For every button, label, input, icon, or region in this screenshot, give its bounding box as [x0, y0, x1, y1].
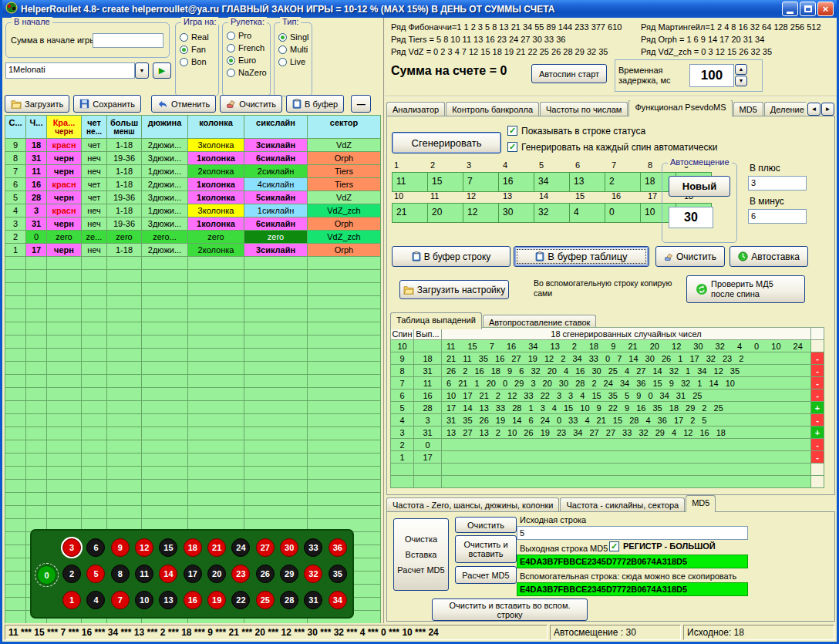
- fall-sign[interactable]: [811, 340, 824, 352]
- fall-number[interactable]: 0: [414, 439, 442, 451]
- history-cell[interactable]: 3сиклайн: [244, 244, 308, 257]
- history-cell[interactable]: zero: [188, 231, 244, 244]
- history-cell[interactable]: 3дюжи...: [142, 191, 188, 204]
- collapse-button[interactable]: —: [351, 95, 371, 113]
- gen-value-cell[interactable]: 12: [463, 203, 499, 223]
- history-cell[interactable]: 1-18: [107, 165, 142, 178]
- history-column-header[interactable]: сикслайн: [244, 116, 308, 139]
- history-cell[interactable]: чет: [82, 191, 107, 204]
- start-sum-input[interactable]: [93, 33, 163, 48]
- board-number-14[interactable]: 14: [159, 565, 177, 583]
- plus-input[interactable]: 3: [748, 176, 807, 191]
- board-number-26[interactable]: 26: [256, 565, 275, 583]
- history-cell[interactable]: 3колонка: [188, 139, 244, 152]
- fall-spin[interactable]: 2: [391, 439, 414, 451]
- history-cell[interactable]: Orph: [308, 217, 381, 231]
- load-settings-button[interactable]: Загрузить настройку: [399, 280, 509, 299]
- history-cell[interactable]: 1-18: [107, 139, 142, 152]
- history-column-header[interactable]: сектор: [308, 116, 381, 139]
- board-number-3[interactable]: 3: [62, 538, 81, 557]
- board-number-12[interactable]: 12: [135, 538, 153, 557]
- gen-value-cell[interactable]: 20: [427, 203, 463, 223]
- history-cell[interactable]: VdZ_zch: [308, 231, 381, 244]
- gen-value-cell[interactable]: 32: [534, 203, 570, 223]
- fall-generated-numbers[interactable]: 11 15 7 16 34 13 2 18 9 21 20 12 30 32 4…: [442, 340, 811, 352]
- fall-sign[interactable]: +: [811, 427, 824, 439]
- fall-generated-numbers[interactable]: 6 21 1 20 0 29 3 20 30 28 2 24 34 36 15 …: [442, 377, 811, 389]
- history-cell[interactable]: 3колонка: [188, 204, 244, 217]
- history-cell[interactable]: неч: [82, 204, 107, 217]
- history-column-header[interactable]: Кра...черн: [47, 116, 82, 139]
- tab-md5-bottom[interactable]: MD5: [686, 495, 716, 512]
- fall-number[interactable]: 3: [414, 414, 442, 427]
- fall-sign[interactable]: -: [811, 451, 824, 464]
- load-button[interactable]: Загрузить: [5, 95, 69, 113]
- history-cell[interactable]: zero: [244, 231, 308, 244]
- history-cell[interactable]: zero: [47, 231, 82, 244]
- history-cell[interactable]: 5сиклайн: [244, 191, 308, 204]
- fall-spin[interactable]: 6: [391, 389, 414, 402]
- board-number-19[interactable]: 19: [207, 591, 226, 609]
- history-cell[interactable]: 28: [26, 191, 47, 204]
- fall-row[interactable]: 7116 21 1 20 0 29 3 20 30 28 2 24 34 36 …: [391, 377, 824, 389]
- history-cell[interactable]: неч: [82, 152, 107, 165]
- check-md5-button[interactable]: Проверить МД5 после спина: [686, 275, 805, 303]
- history-cell[interactable]: 2дюжи...: [142, 178, 188, 191]
- gen-value-cell[interactable]: 2: [605, 172, 641, 192]
- history-cell[interactable]: 11: [26, 165, 47, 178]
- fall-number[interactable]: 11: [414, 377, 442, 389]
- board-number-17[interactable]: 17: [184, 565, 202, 583]
- history-row[interactable]: 331черннеч19-363дюжи...1колонка6сиклайнO…: [5, 217, 381, 231]
- fall-sign[interactable]: -: [811, 414, 824, 427]
- checkbox-generate-each-spin[interactable]: ✓ Генерировать на каждый спин автоматиче…: [507, 142, 717, 153]
- history-cell[interactable]: 3дюжи...: [142, 217, 188, 231]
- tab-bankroll-control[interactable]: Контроль банкролла: [446, 102, 539, 116]
- history-row[interactable]: 528чернчет19-363дюжи...1колонка5сиклайнV…: [5, 191, 381, 204]
- autospin-start-button[interactable]: Автоспин старт: [531, 64, 607, 83]
- save-button[interactable]: Сохранить: [73, 95, 141, 113]
- maximize-button[interactable]: [800, 2, 816, 16]
- history-column-header[interactable]: колонка: [188, 116, 244, 139]
- fall-spin[interactable]: 8: [391, 365, 414, 377]
- spin-down-icon[interactable]: ▼: [735, 76, 747, 86]
- tab-scroll-left-icon[interactable]: ◄: [807, 103, 820, 116]
- fall-sign[interactable]: -: [811, 365, 824, 377]
- gen-value-cell[interactable]: 4: [569, 203, 605, 223]
- source-string-input[interactable]: 5: [517, 526, 748, 540]
- gen-value-cell[interactable]: 7: [463, 172, 499, 192]
- history-cell[interactable]: 2дюжи...: [142, 244, 188, 257]
- board-number-6[interactable]: 6: [86, 538, 105, 557]
- checkbox-show-in-status[interactable]: ✓ Показывать в строке статуса: [507, 126, 645, 137]
- board-number-13[interactable]: 13: [159, 591, 177, 609]
- board-number-34[interactable]: 34: [329, 591, 347, 609]
- clear-button[interactable]: Очистить: [220, 95, 282, 113]
- tab-psevdoms[interactable]: Функционал PsevdoMS: [628, 100, 732, 116]
- history-column-header[interactable]: дюжина: [142, 116, 188, 139]
- history-row[interactable]: 831черннеч19-363дюжи...1колонка6сиклайнO…: [5, 152, 381, 165]
- titlebar[interactable]: HelperRoullet 4.8- create helperroullet@…: [2, 0, 837, 18]
- tab-md5[interactable]: MD5: [733, 102, 763, 116]
- fall-spin[interactable]: 7: [391, 377, 414, 389]
- history-cell[interactable]: чет: [82, 139, 107, 152]
- autobet-button[interactable]: Автоставка: [729, 246, 808, 267]
- fall-row[interactable]: 91821 11 35 16 27 19 12 2 34 33 0 7 14 3…: [391, 352, 824, 365]
- preset-combo[interactable]: 1Melonati ▼ ▶: [5, 62, 171, 79]
- history-cell[interactable]: 19-36: [107, 217, 142, 231]
- history-cell[interactable]: 1колонка: [188, 191, 244, 204]
- board-number-36[interactable]: 36: [329, 538, 347, 557]
- md5-big-button[interactable]: Очистка Вставка Расчет MD5: [393, 518, 449, 591]
- fall-generated-numbers[interactable]: 31 35 26 19 14 6 24 0 33 4 21 15 28 4 36…: [442, 414, 811, 427]
- radio-bon[interactable]: Bon: [180, 57, 218, 66]
- history-column-header[interactable]: большменш: [107, 116, 142, 139]
- history-row[interactable]: 918краснчет1-182дюжи...3колонка3сиклайнV…: [5, 139, 381, 152]
- history-cell[interactable]: 3дюжи...: [142, 152, 188, 165]
- history-row[interactable]: 711черннеч1-181дюжи...2колонка2сиклайнTi…: [5, 165, 381, 178]
- tab-scroll-right-icon[interactable]: ►: [821, 103, 834, 116]
- history-column-header[interactable]: С...: [5, 116, 26, 139]
- board-number-4[interactable]: 4: [86, 591, 105, 609]
- history-cell[interactable]: чет: [82, 178, 107, 191]
- history-row[interactable]: 20zeroze...zerozero...zerozeroVdZ_zch: [5, 231, 381, 244]
- history-cell[interactable]: 6сиклайн: [244, 152, 308, 165]
- gen-value-cell[interactable]: 15: [427, 172, 463, 192]
- history-cell[interactable]: 3сиклайн: [244, 139, 308, 152]
